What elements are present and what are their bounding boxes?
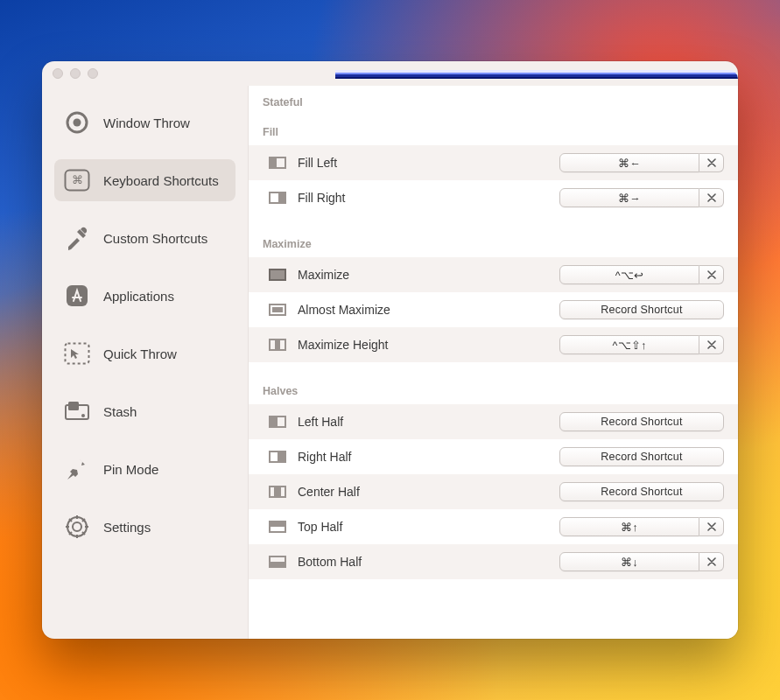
sidebar-item-label: Keyboard Shortcuts [103,173,219,188]
sidebar-item-custom-shortcuts[interactable]: Custom Shortcuts [54,217,235,259]
row-label: Fill Right [298,191,442,205]
page-title: Stateful [249,86,738,116]
svg-point-1 [74,119,81,127]
left-half-icon [268,415,287,429]
almost-maximize-icon [268,303,287,317]
clear-shortcut-top-half[interactable] [699,517,724,536]
sidebar-item-label: Quick Throw [103,346,177,361]
clear-shortcut-maximize-height[interactable] [699,335,724,354]
fill-left-icon [268,156,287,170]
row-label: Maximize [298,268,442,282]
row-maximize-height: Maximize Height ^⌥⇧↑ [249,327,738,362]
row-bottom-half: Bottom Half ⌘↓ [249,544,738,579]
close-icon [707,522,716,531]
close-window-icon[interactable] [53,68,63,79]
clear-shortcut-fill-right[interactable] [699,188,724,207]
row-label: Maximize Height [298,338,442,352]
shortcut-recorder-maximize-height[interactable]: ^⌥⇧↑ [559,335,699,354]
row-top-half: Top Half ⌘↑ [249,509,738,544]
section-header-fill: Fill [249,116,738,145]
section-header-halves: Halves [249,374,738,404]
sidebar-item-quick-throw[interactable]: Quick Throw [54,332,235,374]
clear-shortcut-bottom-half[interactable] [699,552,724,571]
shortcut-recorder-right-half[interactable]: Record Shortcut [559,447,724,466]
row-right-half: Right Half Record Shortcut [249,439,738,474]
shortcut-recorder-fill-left[interactable]: ⌘← [559,153,699,172]
titlebar-accent-stripe [335,70,738,79]
sidebar-item-settings[interactable]: Settings [54,506,235,548]
row-almost-maximize: Almost Maximize Record Shortcut [249,292,738,327]
bottom-half-icon [268,555,287,569]
row-label: Left Half [298,415,442,429]
fill-right-icon [268,191,287,205]
sidebar-item-stash[interactable]: Stash [54,390,235,432]
row-left-half: Left Half Record Shortcut [249,404,738,439]
cursor-grid-icon [63,340,91,368]
close-icon [707,557,716,566]
svg-point-8 [81,414,85,417]
shortcut-recorder-top-half[interactable]: ⌘↑ [559,517,699,536]
sidebar-item-label: Pin Mode [103,462,158,477]
pin-icon [63,455,91,483]
shortcut-recorder-left-half[interactable]: Record Shortcut [559,412,724,431]
close-icon [707,340,716,349]
row-label: Fill Left [298,156,442,170]
sidebar-item-label: Settings [103,520,151,535]
shortcut-recorder-bottom-half[interactable]: ⌘↓ [559,552,699,571]
top-half-icon [268,520,287,534]
close-icon [707,270,716,279]
sidebar-item-label: Custom Shortcuts [103,231,207,246]
right-half-icon [268,450,287,464]
sidebar-item-label: Stash [103,404,137,419]
row-fill-left: Fill Left ⌘← [249,145,738,180]
row-label: Bottom Half [298,555,442,569]
close-icon [707,193,716,202]
sidebar-item-keyboard-shortcuts[interactable]: ⌘ Keyboard Shortcuts [54,159,235,201]
command-key-icon: ⌘ [63,166,91,194]
tools-icon [63,224,91,252]
sidebar-item-applications[interactable]: Applications [54,275,235,317]
row-label: Top Half [298,520,442,534]
maximize-height-icon [268,338,287,352]
row-center-half: Center Half Record Shortcut [249,474,738,509]
row-maximize: Maximize ^⌥↩ [249,257,738,292]
window-body: Window Throw ⌘ Keyboard Shortcuts Custom… [42,86,738,639]
titlebar [42,61,738,86]
maximize-icon [268,268,287,282]
row-label: Almost Maximize [298,303,442,317]
section-header-maximize: Maximize [249,228,738,257]
stash-icon [63,397,91,425]
svg-point-9 [73,522,81,531]
sidebar-item-pin-mode[interactable]: Pin Mode [54,448,235,490]
clear-shortcut-maximize[interactable] [699,265,724,284]
row-label: Center Half [298,485,442,499]
traffic-lights [53,68,98,79]
sidebar-item-label: Applications [103,289,174,304]
close-icon [707,158,716,167]
shortcut-recorder-maximize[interactable]: ^⌥↩ [559,265,699,284]
sidebar-item-window-throw[interactable]: Window Throw [54,102,235,144]
shortcut-recorder-center-half[interactable]: Record Shortcut [559,482,724,501]
preferences-window: Window Throw ⌘ Keyboard Shortcuts Custom… [42,61,738,639]
center-half-icon [268,485,287,499]
shortcut-recorder-fill-right[interactable]: ⌘→ [559,188,699,207]
row-fill-right: Fill Right ⌘→ [249,180,738,215]
sidebar-item-label: Window Throw [103,116,190,130]
svg-rect-7 [68,402,79,410]
clear-shortcut-fill-left[interactable] [699,153,724,172]
app-store-icon [63,282,91,310]
gear-icon [63,513,91,541]
minimize-window-icon[interactable] [70,68,81,79]
zoom-window-icon[interactable] [88,68,98,79]
main-pane: Stateful Fill Fill Left ⌘← [248,86,738,639]
shortcut-recorder-almost-maximize[interactable]: Record Shortcut [559,300,724,319]
target-icon [63,108,91,136]
sidebar: Window Throw ⌘ Keyboard Shortcuts Custom… [42,86,248,639]
svg-text:⌘: ⌘ [72,173,83,186]
row-label: Right Half [298,450,442,464]
